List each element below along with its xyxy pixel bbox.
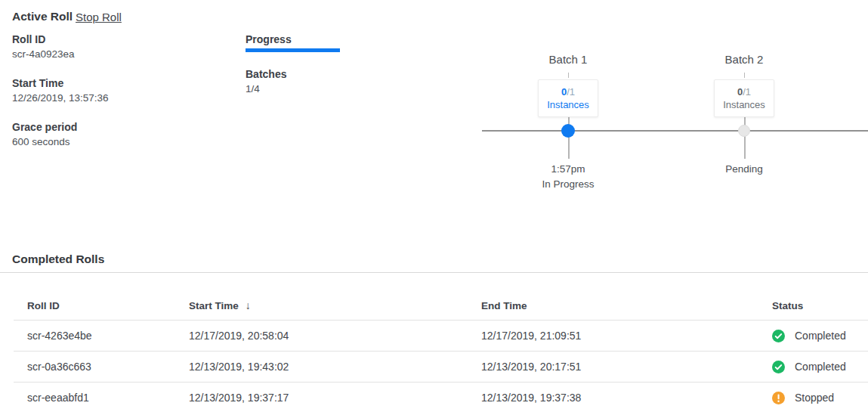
batch-2-instances-card[interactable]: 0/1 Instances [714,79,774,117]
row-roll-id: scr-0a36c663 [14,361,189,373]
batch-1-name: Batch 1 [508,53,629,67]
table-row[interactable]: scr-0a36c663 12/13/2019, 19:43:02 12/13/… [14,352,868,383]
batch-timeline: Batch 1 0/1 Instances 1:57pm In Progress… [0,0,868,242]
batch-1-milestone-dot[interactable] [561,124,575,138]
timeline-axis [482,130,868,132]
batch-1-time: 1:57pm [508,163,629,175]
timeline-batch-2: Batch 2 0/1 Instances Pending [684,53,805,67]
batch-1-status: In Progress [508,178,629,190]
status-completed-icon [772,361,785,373]
table-row[interactable]: scr-4263e4be 12/17/2019, 20:58:04 12/17/… [14,321,868,352]
row-start-time: 12/13/2019, 19:43:02 [189,361,481,373]
batch-2-connector-line [744,117,746,159]
column-header-start-time[interactable]: Start Time ↓ [189,299,481,311]
table-row[interactable]: scr-eeaabfd1 12/13/2019, 19:37:17 12/13/… [14,383,868,412]
row-status: Stopped [772,392,868,404]
column-header-end-time[interactable]: End Time [481,300,772,311]
status-text: Completed [795,361,846,373]
row-end-time: 12/13/2019, 19:37:38 [481,392,772,404]
row-end-time: 12/17/2019, 21:09:51 [481,330,772,342]
row-start-time: 12/13/2019, 19:37:17 [189,392,481,404]
batch-2-instance-count: 0/1 [737,85,751,98]
row-roll-id: scr-4263e4be [14,330,189,342]
batch-2-time: Pending [684,163,805,175]
row-end-time: 12/13/2019, 20:17:51 [481,361,772,373]
status-stopped-icon [772,392,785,404]
batch-2-milestone-dot[interactable] [738,125,750,137]
batch-1-tick [568,73,569,78]
sort-descending-icon[interactable]: ↓ [246,299,251,311]
batch-2-tick [744,73,745,78]
row-start-time: 12/17/2019, 20:58:04 [189,330,481,342]
batch-2-name: Batch 2 [684,53,805,67]
status-text: Stopped [795,392,834,404]
batch-1-instances-label: Instances [547,98,589,111]
table-header-row: Roll ID Start Time ↓ End Time Status [14,273,868,321]
column-header-status[interactable]: Status [772,300,868,311]
row-roll-id: scr-eeaabfd1 [14,392,189,404]
batch-1-instance-count: 0/1 [561,85,575,98]
row-status: Completed [772,361,868,373]
roll-dashboard: Active Roll Stop Roll Roll ID scr-4a0923… [0,0,868,412]
batch-1-instances-card[interactable]: 0/1 Instances [538,79,598,117]
completed-rolls-table: Roll ID Start Time ↓ End Time Status scr… [14,273,868,412]
timeline-batch-1: Batch 1 0/1 Instances 1:57pm In Progress [508,53,629,67]
status-text: Completed [795,330,846,342]
active-roll-section: Active Roll Stop Roll Roll ID scr-4a0923… [0,0,868,242]
column-header-roll-id[interactable]: Roll ID [14,300,189,311]
status-completed-icon [772,330,785,342]
row-status: Completed [772,330,868,342]
batch-2-instances-label: Instances [723,98,765,111]
completed-rolls-title: Completed Rolls [12,252,104,266]
